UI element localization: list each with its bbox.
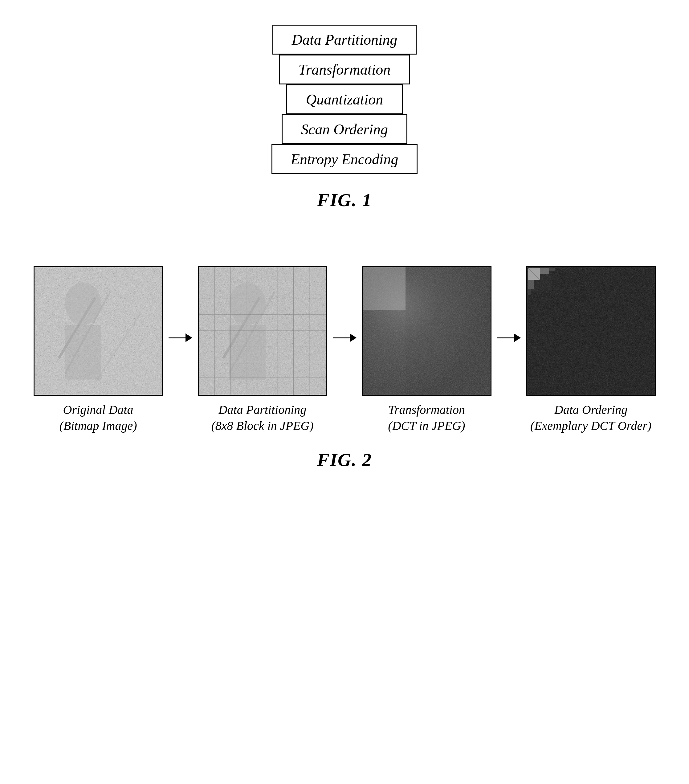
h-arrow-line-3 [497,338,514,338]
pipeline-item-partitioned: Data Partitioning (8x8 Block in JPEG) [198,266,327,434]
image-transformation [362,266,492,396]
h-arrow-line-1 [169,338,186,338]
noise-svg-ordering [527,267,655,395]
image-pipeline: Original Data (Bitmap Image) [34,266,656,434]
svg-point-10 [229,282,265,325]
fig1-container: Data Partitioning Transformation Quantiz… [271,25,418,211]
caption-partitioned: Data Partitioning (8x8 Block in JPEG) [211,402,313,434]
pipeline-item-original: Original Data (Bitmap Image) [34,266,163,434]
h-arrow-head-1 [186,333,192,342]
flowchart: Data Partitioning Transformation Quantiz… [271,25,418,174]
image-ordering [526,266,656,396]
caption-ordering: Data Ordering (Exemplary DCT Order) [530,402,651,434]
caption-original: Original Data (Bitmap Image) [59,402,137,434]
svg-point-4 [65,282,101,325]
box-data-partitioning: Data Partitioning [272,25,417,54]
svg-rect-39 [527,267,552,292]
svg-rect-11 [229,325,265,379]
h-arrow-line-2 [333,338,350,338]
image-original [34,266,163,396]
noise-svg-original [35,267,162,395]
svg-rect-28 [363,267,406,310]
svg-rect-29 [406,267,490,395]
fig2-label: FIG. 2 [317,449,372,471]
pipeline-arrow-3 [497,333,521,342]
box-transformation: Transformation [279,54,410,84]
h-arrow-head-2 [350,333,357,342]
svg-rect-30 [363,310,406,395]
svg-rect-5 [65,325,101,379]
caption-transformation: Transformation (DCT in JPEG) [388,402,465,434]
noise-svg-transformation [363,267,490,395]
pipeline-item-ordering: Data Ordering (Exemplary DCT Order) [526,266,656,434]
box-scan-ordering: Scan Ordering [282,114,407,144]
pipeline-arrow-1 [169,333,192,342]
page: Data Partitioning Transformation Quantiz… [0,0,689,784]
pipeline-item-transformation: Transformation (DCT in JPEG) [362,266,492,434]
h-arrow-head-3 [514,333,521,342]
fig2-container: Original Data (Bitmap Image) [34,266,656,471]
noise-svg-partitioned [199,267,326,395]
pipeline-arrow-2 [333,333,357,342]
box-quantization: Quantization [286,84,403,114]
box-entropy-encoding: Entropy Encoding [271,144,418,174]
fig1-label: FIG. 1 [317,189,372,211]
image-partitioned [198,266,327,396]
